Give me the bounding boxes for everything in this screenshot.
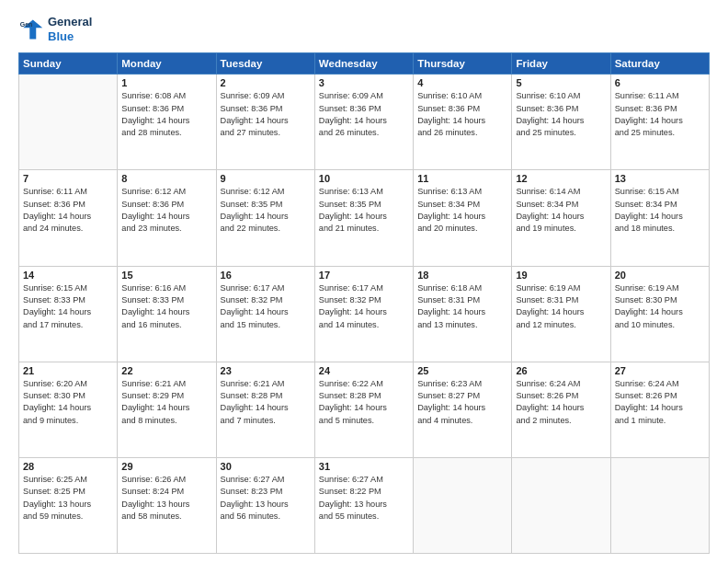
cell-line: Sunset: 8:33 PM (23, 294, 113, 306)
week-row-4: 21Sunrise: 6:20 AMSunset: 8:30 PMDayligh… (19, 362, 710, 457)
cell-line: Daylight: 14 hours (615, 211, 705, 223)
cell-line: and 2 minutes. (516, 415, 606, 427)
cell-line: Sunset: 8:36 PM (121, 199, 211, 211)
cell-line: Sunrise: 6:22 AM (319, 378, 409, 390)
cell-line: Daylight: 14 hours (417, 211, 507, 223)
cell-line: Daylight: 14 hours (121, 115, 211, 127)
day-number: 30 (221, 461, 311, 472)
cell-line: Daylight: 14 hours (221, 306, 311, 318)
cell-line: Daylight: 13 hours (221, 499, 311, 511)
day-cell: 1Sunrise: 6:08 AMSunset: 8:36 PMDaylight… (118, 75, 216, 170)
day-number: 6 (615, 77, 705, 88)
day-number: 16 (221, 270, 311, 281)
day-number: 2 (221, 77, 311, 88)
day-cell: 10Sunrise: 6:13 AMSunset: 8:35 PMDayligh… (314, 170, 413, 266)
cell-line: Sunrise: 6:10 AM (417, 90, 507, 102)
day-cell: 12Sunrise: 6:14 AMSunset: 8:34 PMDayligh… (512, 170, 610, 266)
cell-line: Sunrise: 6:27 AM (319, 474, 409, 486)
cell-line: Sunrise: 6:08 AM (121, 90, 211, 102)
day-cell: 24Sunrise: 6:22 AMSunset: 8:28 PMDayligh… (314, 362, 413, 457)
cell-line: Sunset: 8:36 PM (417, 103, 507, 115)
day-cell: 19Sunrise: 6:19 AMSunset: 8:31 PMDayligh… (512, 266, 610, 362)
day-cell: 18Sunrise: 6:18 AMSunset: 8:31 PMDayligh… (414, 266, 512, 362)
cell-line: Sunset: 8:27 PM (417, 390, 507, 402)
day-number: 28 (23, 461, 113, 472)
day-number: 13 (615, 173, 705, 184)
col-header-sunday: Sunday (19, 53, 118, 75)
day-number: 5 (516, 77, 606, 88)
cell-line: and 1 minute. (615, 415, 705, 427)
cell-line: Daylight: 14 hours (121, 402, 211, 414)
cell-line: Sunset: 8:25 PM (23, 486, 113, 498)
cell-line: Daylight: 14 hours (319, 402, 409, 414)
cell-line: Sunset: 8:26 PM (516, 390, 606, 402)
day-cell: 29Sunrise: 6:26 AMSunset: 8:24 PMDayligh… (118, 457, 216, 553)
cell-line: Sunset: 8:22 PM (319, 486, 409, 498)
cell-line: Sunrise: 6:14 AM (516, 186, 606, 198)
cell-line: Daylight: 14 hours (23, 306, 113, 318)
logo-text: General Blue (48, 15, 92, 43)
day-cell: 13Sunrise: 6:15 AMSunset: 8:34 PMDayligh… (610, 170, 709, 266)
day-number: 7 (23, 173, 113, 184)
cell-line: Sunrise: 6:17 AM (221, 282, 311, 294)
cell-line: Sunset: 8:32 PM (319, 294, 409, 306)
day-cell: 27Sunrise: 6:24 AMSunset: 8:26 PMDayligh… (610, 362, 709, 457)
cell-line: and 27 minutes. (221, 127, 311, 139)
day-cell: 26Sunrise: 6:24 AMSunset: 8:26 PMDayligh… (512, 362, 610, 457)
cell-line: Sunset: 8:36 PM (221, 103, 311, 115)
cell-line: Sunrise: 6:26 AM (121, 474, 211, 486)
cell-line: and 25 minutes. (615, 127, 705, 139)
cell-line: and 23 minutes. (121, 223, 211, 235)
week-row-1: 1Sunrise: 6:08 AMSunset: 8:36 PMDaylight… (19, 75, 710, 170)
cell-line: Daylight: 14 hours (319, 306, 409, 318)
day-cell: 5Sunrise: 6:10 AMSunset: 8:36 PMDaylight… (512, 75, 610, 170)
day-cell (512, 457, 610, 553)
logo: Gen General Blue (18, 15, 92, 43)
cell-line: Sunset: 8:36 PM (516, 103, 606, 115)
cell-line: Daylight: 14 hours (121, 211, 211, 223)
cell-line: Daylight: 14 hours (221, 211, 311, 223)
day-number: 17 (319, 270, 409, 281)
day-number: 10 (319, 173, 409, 184)
cell-line: Daylight: 14 hours (319, 211, 409, 223)
cell-line: and 25 minutes. (516, 127, 606, 139)
cell-line: Sunrise: 6:10 AM (516, 90, 606, 102)
cell-line: Daylight: 14 hours (23, 211, 113, 223)
day-cell: 7Sunrise: 6:11 AMSunset: 8:36 PMDaylight… (19, 170, 118, 266)
cell-line: and 28 minutes. (121, 127, 211, 139)
day-number: 11 (417, 173, 507, 184)
cell-line: Sunset: 8:26 PM (615, 390, 705, 402)
cell-line: and 13 minutes. (417, 319, 507, 331)
cell-line: Daylight: 14 hours (615, 115, 705, 127)
cell-line: Sunrise: 6:16 AM (121, 282, 211, 294)
cell-line: Sunset: 8:23 PM (221, 486, 311, 498)
day-cell: 20Sunrise: 6:19 AMSunset: 8:30 PMDayligh… (610, 266, 709, 362)
day-cell: 31Sunrise: 6:27 AMSunset: 8:22 PMDayligh… (314, 457, 413, 553)
day-number: 25 (417, 365, 507, 376)
day-cell: 22Sunrise: 6:21 AMSunset: 8:29 PMDayligh… (118, 362, 216, 457)
day-number: 23 (221, 365, 311, 376)
cell-line: Sunrise: 6:17 AM (319, 282, 409, 294)
cell-line: Daylight: 14 hours (121, 306, 211, 318)
cell-line: Sunrise: 6:12 AM (221, 186, 311, 198)
cell-line: Sunset: 8:36 PM (615, 103, 705, 115)
cell-line: Sunset: 8:30 PM (23, 390, 113, 402)
page: Gen General Blue SundayMondayTuesdayWedn… (0, 0, 728, 563)
day-cell: 3Sunrise: 6:09 AMSunset: 8:36 PMDaylight… (314, 75, 413, 170)
cell-line: and 4 minutes. (417, 415, 507, 427)
day-cell: 8Sunrise: 6:12 AMSunset: 8:36 PMDaylight… (118, 170, 216, 266)
cell-line: Sunrise: 6:19 AM (516, 282, 606, 294)
cell-line: and 17 minutes. (23, 319, 113, 331)
day-cell: 23Sunrise: 6:21 AMSunset: 8:28 PMDayligh… (216, 362, 314, 457)
day-cell: 25Sunrise: 6:23 AMSunset: 8:27 PMDayligh… (414, 362, 512, 457)
cell-line: Daylight: 14 hours (516, 211, 606, 223)
cell-line: and 59 minutes. (23, 511, 113, 523)
day-cell: 14Sunrise: 6:15 AMSunset: 8:33 PMDayligh… (19, 266, 118, 362)
cell-line: Sunrise: 6:13 AM (417, 186, 507, 198)
cell-line: Sunrise: 6:15 AM (615, 186, 705, 198)
cell-line: Daylight: 14 hours (221, 402, 311, 414)
cell-line: Sunset: 8:28 PM (319, 390, 409, 402)
day-number: 26 (516, 365, 606, 376)
cell-line: and 5 minutes. (319, 415, 409, 427)
day-number: 18 (417, 270, 507, 281)
